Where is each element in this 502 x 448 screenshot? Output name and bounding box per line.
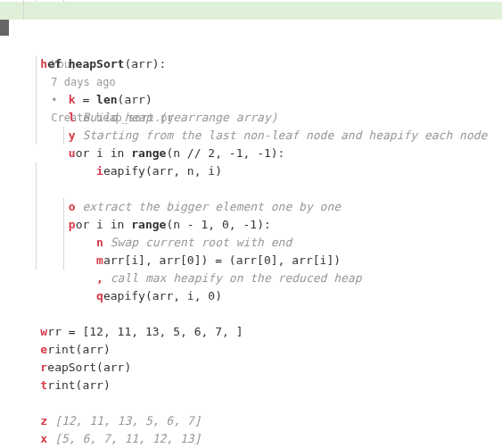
- code-line: o extract the bigger element one by one: [12, 162, 502, 180]
- code-line: wrr = [12, 11, 13, 5, 6, 7, ]: [12, 305, 502, 323]
- code-text: (n // 2, -1, -1):: [166, 146, 284, 160]
- code-line: z [12, 11, 13, 5, 6, 7]: [12, 394, 502, 412]
- code-line: por i in range(n - 1, 0, -1):: [12, 180, 502, 198]
- code-line: x [5, 6, 7, 11, 12, 13]: [12, 412, 502, 430]
- code-line: l Build heap (rearrange array): [12, 73, 502, 91]
- indent: [40, 289, 96, 303]
- code-line: reapSort(arr): [12, 341, 502, 359]
- comment: [5, 6, 7, 11, 12, 13]: [47, 432, 201, 445]
- jump-hint: q: [96, 287, 103, 305]
- code-line: uor i in range(n // 2, -1, -1):: [12, 109, 502, 127]
- indent: [40, 271, 96, 285]
- code-text: eapify(arr, i, 0): [103, 289, 222, 303]
- blank-line: [12, 20, 502, 37]
- code-line: erint(arr): [12, 323, 502, 341]
- jump-hint: u: [69, 145, 76, 162]
- code-line: k = len(arr): [12, 55, 502, 73]
- code-text: rint(arr): [47, 378, 110, 392]
- code-line: n Swap current root with end: [12, 198, 502, 216]
- comment: call max heapify on the reduced heap: [103, 271, 362, 285]
- code-line: marr[i], arr[0]) = (arr[0], arr[i]): [12, 216, 502, 234]
- code-line: , call max heapify on the reduced heap: [12, 234, 502, 252]
- code-line: qeapify(arr, i, 0): [12, 252, 502, 270]
- builtin: range: [131, 146, 166, 160]
- code-editor[interactable]: eapify(arr, n, largest) You, 7 days ago …: [0, 0, 502, 448]
- code-text: or i in: [76, 146, 132, 160]
- code-line: trint(arr): [12, 359, 502, 377]
- code-line: hef heapSort(arr):: [12, 37, 502, 55]
- jump-hint: ,: [96, 270, 103, 287]
- gutter: [0, 0, 9, 448]
- code-line: ieapify(arr, n, i): [12, 127, 502, 145]
- gutter-marker: [0, 18, 9, 36]
- indent: [40, 146, 68, 160]
- code-line: y Starting from the last non-leaf node a…: [12, 91, 502, 109]
- codelens-line[interactable]: You, 7 days ago • Create heap_sort.py: [0, 2, 502, 20]
